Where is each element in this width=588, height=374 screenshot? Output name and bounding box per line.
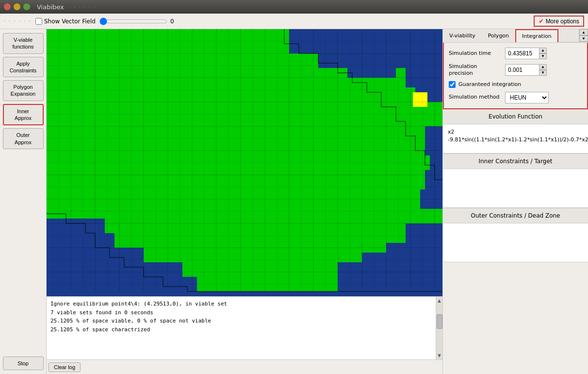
panel-scroll-up[interactable]: ▲ bbox=[579, 29, 588, 35]
simulation-precision-up[interactable]: ▲ bbox=[539, 64, 547, 70]
evolution-line2: -9.81*sin((1.1*sin(1.2*x1)-1.2*sin(1.1*x… bbox=[448, 136, 583, 144]
evolution-function-section: Evolution Function x2 -9.81*sin((1.1*sin… bbox=[443, 109, 588, 154]
simulation-precision-spinbox: ▲ ▼ bbox=[505, 64, 547, 76]
scroll-thumb[interactable] bbox=[437, 314, 442, 329]
body-area: V-viablefunctions ApplyConstraints Polyg… bbox=[0, 29, 588, 374]
maximize-button[interactable] bbox=[23, 3, 30, 10]
scroll-up-btn[interactable]: ▲ bbox=[438, 297, 441, 305]
slider-value: 0 bbox=[170, 18, 174, 25]
inner-approx-button[interactable]: InnerApprox bbox=[3, 104, 44, 126]
evolution-line1: x2 bbox=[448, 128, 583, 136]
tabs-row: V-viability Polygon Integration ▲ ▼ bbox=[443, 29, 588, 43]
minimize-button[interactable] bbox=[14, 3, 20, 10]
log-line-2: 7 viable sets found in 0 seconds bbox=[50, 308, 432, 317]
show-vector-field-label[interactable]: Show Vector Field bbox=[35, 18, 96, 25]
outer-constraints-content bbox=[443, 223, 588, 262]
simulation-precision-spinbox-btns: ▲ ▼ bbox=[539, 64, 547, 76]
show-vector-field-checkbox[interactable] bbox=[35, 18, 42, 25]
log-content: Ignore equilibrium point4\4: (4.29513,0)… bbox=[47, 297, 436, 359]
svg-rect-23 bbox=[413, 92, 427, 107]
outer-constraints-section: Outer Constraints / Dead Zone bbox=[443, 208, 588, 262]
close-button[interactable] bbox=[4, 3, 11, 10]
check-icon: ✔ bbox=[539, 17, 544, 25]
guaranteed-integration-checkbox[interactable] bbox=[449, 81, 456, 88]
polygon-expansion-button[interactable]: PolygonExpansion bbox=[3, 80, 44, 101]
simulation-method-select[interactable]: HEUN EULER RK4 bbox=[505, 92, 549, 103]
simulation-method-select-container: HEUN EULER RK4 bbox=[505, 92, 549, 103]
more-options-label: More options bbox=[546, 18, 579, 25]
simulation-precision-down[interactable]: ▼ bbox=[539, 70, 547, 76]
simulation-precision-input[interactable] bbox=[505, 64, 539, 76]
inner-constraints-content bbox=[443, 169, 588, 208]
v-viable-button[interactable]: V-viablefunctions bbox=[3, 33, 44, 54]
outer-constraints-title: Outer Constraints / Dead Zone bbox=[443, 208, 588, 223]
inner-constraints-section: Inner Constraints / Target bbox=[443, 154, 588, 208]
simulation-method-label: Simulation method bbox=[449, 94, 502, 101]
simulation-method-row: Simulation method HEUN EULER RK4 bbox=[449, 92, 582, 103]
simulation-time-down[interactable]: ▼ bbox=[539, 53, 547, 59]
show-vector-field-text: Show Vector Field bbox=[44, 18, 96, 25]
toolbar-row: · · · · · · Show Vector Field 0 ✔ More o… bbox=[0, 14, 588, 29]
panel-scroll-down[interactable]: ▼ bbox=[579, 35, 588, 42]
right-panel: V-viability Polygon Integration ▲ ▼ Simu… bbox=[442, 29, 588, 374]
guaranteed-integration-row: Guaranteed integration bbox=[449, 81, 582, 88]
main-container: · · · · · · Show Vector Field 0 ✔ More o… bbox=[0, 14, 588, 374]
log-line-4: 25.1205 % of space charactrized bbox=[50, 325, 432, 334]
app-title: Viabibex bbox=[37, 3, 64, 11]
guaranteed-integration-label: Guaranteed integration bbox=[458, 81, 521, 87]
stop-button[interactable]: Stop bbox=[3, 357, 44, 370]
tab-polygon[interactable]: Polygon bbox=[482, 29, 515, 42]
svg-rect-19 bbox=[406, 223, 442, 291]
viz-canvas bbox=[47, 29, 442, 296]
simulation-time-label: Simulation time bbox=[449, 50, 502, 57]
visualization bbox=[47, 29, 442, 296]
vector-field-slider[interactable] bbox=[99, 17, 167, 25]
simulation-time-row: Simulation time ▲ ▼ bbox=[449, 48, 582, 59]
simulation-time-spinbox-btns: ▲ ▼ bbox=[539, 48, 547, 59]
apply-constraints-button[interactable]: ApplyConstraints bbox=[3, 57, 44, 78]
left-sidebar: V-viablefunctions ApplyConstraints Polyg… bbox=[0, 29, 47, 374]
simulation-time-input[interactable] bbox=[505, 48, 539, 59]
clear-log-button[interactable]: Clear log bbox=[49, 362, 81, 372]
more-options-button[interactable]: ✔ More options bbox=[534, 16, 584, 27]
simulation-time-spinbox: ▲ ▼ bbox=[505, 48, 547, 59]
toolbar-dots: · · · · · · bbox=[69, 4, 97, 10]
outer-approx-button[interactable]: OuterApprox bbox=[3, 128, 44, 149]
bottom-bar: Clear log bbox=[47, 359, 442, 374]
simulation-precision-label: Simulation precision bbox=[449, 63, 502, 77]
log-scrollbar[interactable]: ▲ ▼ bbox=[436, 297, 442, 359]
log-line-3: 25.1205 % of space viable, 0 % of space … bbox=[50, 317, 432, 325]
integration-panel: Simulation time ▲ ▼ Simulation precision bbox=[443, 43, 588, 109]
log-area: Ignore equilibrium point4\4: (4.29513,0)… bbox=[47, 296, 442, 359]
simulation-time-up[interactable]: ▲ bbox=[539, 48, 547, 53]
log-line-1: Ignore equilibrium point4\4: (4.29513,0)… bbox=[50, 300, 432, 308]
tab-integration[interactable]: Integration bbox=[515, 29, 558, 42]
evolution-function-content: x2 -9.81*sin((1.1*sin(1.2*x1)-1.2*sin(1.… bbox=[443, 124, 588, 153]
toolbar-grip: · · · · · · bbox=[4, 18, 32, 24]
canvas-area: Ignore equilibrium point4\4: (4.29513,0)… bbox=[47, 29, 442, 374]
scroll-down-btn[interactable]: ▼ bbox=[438, 352, 441, 359]
simulation-precision-row: Simulation precision ▲ ▼ bbox=[449, 63, 582, 77]
slider-container: 0 bbox=[99, 17, 174, 25]
tab-v-viability[interactable]: V-viability bbox=[443, 29, 482, 42]
svg-rect-8 bbox=[47, 223, 85, 291]
inner-constraints-title: Inner Constraints / Target bbox=[443, 154, 588, 169]
evolution-function-title: Evolution Function bbox=[443, 109, 588, 124]
titlebar: Viabibex · · · · · · bbox=[0, 0, 588, 14]
